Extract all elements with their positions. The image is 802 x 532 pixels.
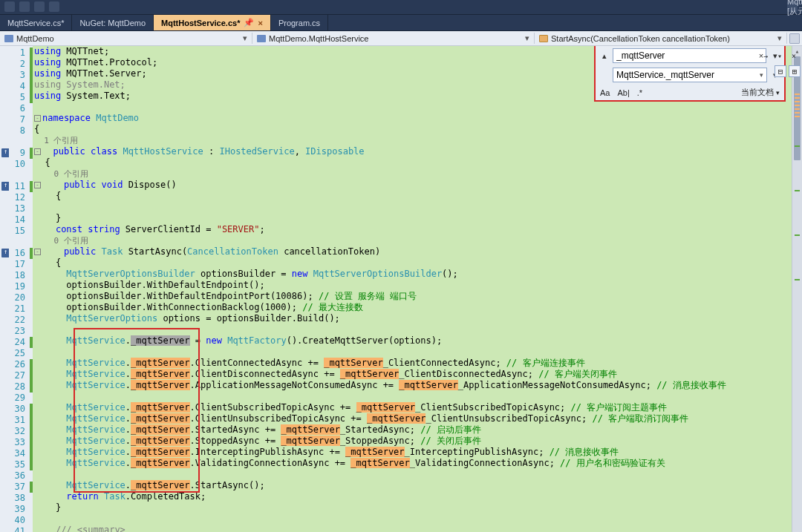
chevron-down-icon: ▾ — [760, 71, 763, 79]
chevron-down-icon: ▾ — [777, 33, 782, 43]
code-line-35[interactable]: MqttService._mqttServer.ValidatingConnec… — [33, 458, 802, 469]
code-line-13[interactable] — [33, 202, 802, 213]
replace-next-button[interactable]: ⊟ — [775, 65, 786, 77]
code-editor[interactable]: using MQTTnet;using MQTTnet.Protocol;usi… — [33, 46, 802, 532]
line-numbers: 1234567891011121314151617181920212223242… — [9, 46, 30, 532]
vertical-scrollbar[interactable]: ▴ ▾ — [792, 46, 802, 532]
navigation-bar: MqttDemo ▾ MqttDemo.MqttHostService ▾ St… — [0, 31, 802, 46]
nav-project[interactable]: MqttDemo ▾ — [0, 33, 252, 44]
nav-extra-icons — [787, 33, 802, 44]
code-line-31[interactable]: MqttService._mqttServer.ClientUnsubscrib… — [33, 413, 802, 424]
code-line-14[interactable]: } — [33, 213, 802, 224]
code-line-27[interactable]: MqttService._mqttServer.ClientDisconnect… — [33, 369, 802, 380]
code-line-9[interactable]: - public class MqttHostService : IHosted… — [33, 146, 802, 157]
tab-nuget--mqttdemo[interactable]: NuGet: MqttDemo — [72, 15, 154, 30]
code-line-28[interactable]: MqttService._mqttServer.ApplicationMessa… — [33, 380, 802, 391]
code-line-25[interactable] — [33, 347, 802, 358]
tool-btn[interactable] — [49, 1, 59, 12]
code-line-36[interactable] — [33, 469, 802, 480]
replace-all-button[interactable]: ⊞ — [789, 65, 801, 77]
code-line-38[interactable]: return Task.CompletedTask; — [33, 491, 802, 502]
tool-btn[interactable] — [34, 1, 45, 12]
code-line-18[interactable]: MqttServerOptionsBuilder optionsBuilder … — [33, 269, 802, 280]
code-line-30[interactable]: MqttService._mqttServer.ClientSubscribed… — [33, 402, 802, 413]
code-line-6[interactable] — [33, 102, 802, 113]
code-line-39[interactable]: } — [33, 502, 802, 513]
code-line-29[interactable] — [33, 391, 802, 402]
class-icon — [257, 35, 266, 42]
code-line-34[interactable]: MqttService._mqttServer.InterceptingPubl… — [33, 447, 802, 458]
code-line-37[interactable]: MqttService._mqttServer.StartAsync(); — [33, 480, 802, 491]
code-line-7[interactable]: -namespace MqttDemo — [33, 113, 802, 124]
close-icon[interactable]: × — [258, 19, 262, 27]
code-line-26[interactable]: MqttService._mqttServer.ClientConnectedA… — [33, 358, 802, 369]
nav-method[interactable]: StartAsync(CancellationToken cancellatio… — [535, 33, 787, 44]
close-find-button[interactable]: × — [788, 50, 800, 62]
editor-tabs: MqttService.cs*NuGet: MqttDemoMqttHostSe… — [0, 15, 802, 31]
tab-mqttservice-cs-[interactable]: MqttService.cs* — [0, 15, 72, 30]
code-line-ref[interactable]: 0 个引用 — [33, 235, 802, 246]
code-line-11[interactable]: - public void Dispose() — [33, 180, 802, 191]
split-icon[interactable] — [789, 33, 800, 44]
code-line-8[interactable]: { — [33, 124, 802, 135]
editor-main: 1234567891011121314151617181920212223242… — [0, 46, 802, 532]
tool-btn[interactable] — [4, 1, 15, 12]
dropdown-icon[interactable]: ▾ — [774, 50, 786, 62]
find-input[interactable] — [613, 48, 766, 63]
outline-toggle[interactable]: - — [34, 148, 41, 155]
tab-mqtthostservice-cs-[interactable]: MqttHostService.cs*📌× — [154, 15, 271, 30]
tool-btn[interactable] — [19, 1, 30, 12]
regex-toggle[interactable]: .* — [637, 88, 642, 97]
outline-toggle[interactable]: - — [34, 182, 41, 188]
scope-dropdown[interactable]: 当前文档 ▾ — [741, 87, 780, 98]
chevron-down-icon: ▾ — [243, 33, 247, 43]
find-nav-buttons: → ▾ × — [757, 47, 802, 64]
code-line-ref[interactable]: 0 个引用 — [33, 168, 802, 180]
tab-program-cs[interactable]: Program.cs — [271, 15, 328, 30]
breakpoint-margin[interactable] — [0, 46, 9, 532]
code-line-22[interactable]: MqttServerOptions options = optionsBuild… — [33, 313, 802, 324]
match-case-toggle[interactable]: Aa — [600, 88, 610, 97]
chevron-down-icon: ▾ — [525, 33, 529, 43]
code-line-ref[interactable]: 1 个引用 — [33, 135, 802, 146]
nav-class[interactable]: MqttDemo.MqttHostService ▾ — [252, 33, 535, 44]
code-line-10[interactable]: { — [33, 157, 802, 168]
whole-word-toggle[interactable]: Ab| — [617, 88, 629, 97]
code-line-23[interactable] — [33, 324, 802, 335]
code-line-15[interactable]: const string ServerClientId = "SERVER"; — [33, 224, 802, 235]
code-line-20[interactable]: optionsBuilder.WithDefaultEndpointPort(1… — [33, 291, 802, 302]
find-prev-button[interactable]: → — [760, 50, 772, 62]
pin-icon[interactable]: 📌 — [244, 18, 254, 27]
code-line-33[interactable]: MqttService._mqttServer.StoppedAsync += … — [33, 436, 802, 447]
code-line-21[interactable]: optionsBuilder.WithConnectionBacklog(100… — [33, 302, 802, 313]
outline-toggle[interactable]: - — [34, 115, 41, 122]
code-line-12[interactable]: { — [33, 191, 802, 202]
csharp-icon — [4, 35, 13, 42]
code-line-24[interactable]: MqttService._mqttServer = new MqttFactor… — [33, 335, 802, 347]
spacer — [599, 69, 610, 81]
outline-toggle[interactable]: - — [34, 249, 41, 255]
method-icon — [539, 35, 548, 42]
replace-input[interactable]: MqttService._mqttServer ▾ — [613, 68, 767, 82]
code-line-32[interactable]: MqttService._mqttServer.StartedAsync += … — [33, 424, 802, 436]
code-line-19[interactable]: optionsBuilder.WithDefaultEndpoint(); — [33, 280, 802, 291]
code-line-40[interactable] — [33, 513, 802, 525]
chevron-up-icon[interactable]: ▴ — [599, 50, 610, 62]
code-line-16[interactable]: - public Task StartAsync(CancellationTok… — [33, 246, 802, 257]
code-line-17[interactable]: { — [33, 257, 802, 269]
top-toolbar: MqttServer [从元数据] × — [0, 0, 802, 15]
metadata-label: MqttServer [从元数据] × — [787, 1, 798, 12]
code-line-41[interactable]: /// <summary> — [33, 525, 802, 532]
